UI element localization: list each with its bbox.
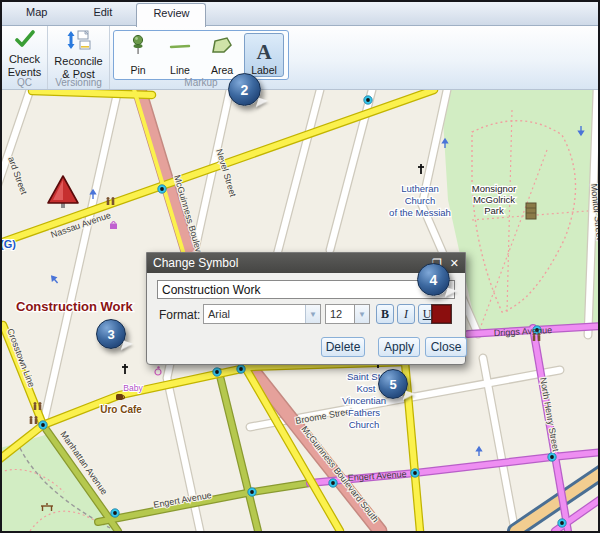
svg-text:North Henry Street: North Henry Street xyxy=(538,377,561,453)
callout-balloon-3: 3 xyxy=(96,319,126,349)
label-tool-label: Label xyxy=(251,64,277,76)
callout-balloon-5: 5 xyxy=(378,369,408,399)
close-icon[interactable]: ✕ xyxy=(450,258,459,269)
color-swatch[interactable] xyxy=(431,304,452,324)
group-caption-versioning: Versioning xyxy=(48,77,109,88)
line-icon xyxy=(168,33,192,63)
label-tool-button[interactable]: A Label xyxy=(244,33,284,77)
park-building-icon xyxy=(526,203,536,219)
svg-text:Monsignor: Monsignor xyxy=(472,183,516,194)
area-tool-button[interactable]: Area xyxy=(202,33,242,77)
chevron-down-icon[interactable]: ▼ xyxy=(305,305,320,323)
svg-text:Uro Cafe: Uro Cafe xyxy=(100,404,142,415)
svg-text:Lutheran: Lutheran xyxy=(401,183,439,194)
check-events-button[interactable]: Check Events xyxy=(4,28,46,80)
dialog-title: Change Symbol xyxy=(153,256,238,270)
green-check-icon xyxy=(14,30,36,52)
tab-review[interactable]: Review xyxy=(136,3,206,27)
markup-tool-box: Pin Line xyxy=(113,30,289,80)
svg-text:Vincentian: Vincentian xyxy=(342,395,386,406)
application-window: Map Edit Review Check Events QC xyxy=(0,0,600,533)
delete-button[interactable]: Delete xyxy=(321,337,365,357)
pin-tool-label: Pin xyxy=(130,64,145,76)
svg-text:Kost: Kost xyxy=(356,383,375,394)
bold-button[interactable]: B xyxy=(376,304,394,324)
svg-text:ard Street: ard Street xyxy=(6,155,29,196)
group-caption-markup: Markup xyxy=(110,77,292,88)
chevron-down-icon[interactable]: ▼ xyxy=(355,305,369,323)
reconcile-arrows-icon xyxy=(66,30,92,54)
svg-text:McGolrick: McGolrick xyxy=(473,194,515,205)
construction-marker-label: Construction Work xyxy=(16,299,134,314)
label-a-icon: A xyxy=(256,41,271,63)
font-size-value: 12 xyxy=(326,308,354,320)
svg-text:Engert Avenue: Engert Avenue xyxy=(347,469,406,483)
tab-edit[interactable]: Edit xyxy=(77,2,128,26)
group-markup: Pin Line xyxy=(110,26,292,89)
font-size-arrow[interactable]: ▼ xyxy=(355,304,370,324)
close-button[interactable]: Close xyxy=(425,337,467,357)
svg-text:Nevel Street: Nevel Street xyxy=(214,148,238,199)
area-tool-label: Area xyxy=(211,64,233,76)
group-caption-qc: QC xyxy=(2,77,47,88)
svg-text:of the Messiah: of the Messiah xyxy=(389,207,451,218)
check-events-label1: Check xyxy=(9,53,40,65)
symbol-text-input[interactable] xyxy=(157,280,455,299)
apply-button[interactable]: Apply xyxy=(378,337,420,357)
group-versioning: Reconcile & Post Versioning xyxy=(48,26,110,89)
font-family-value: Arial xyxy=(204,308,305,320)
pin-tool-button[interactable]: Pin xyxy=(118,33,158,77)
area-polygon-icon xyxy=(210,33,234,63)
group-qc: Check Events QC xyxy=(2,26,48,89)
svg-text:(G): (G) xyxy=(2,238,16,250)
callout-balloon-4: 4 xyxy=(417,263,450,296)
line-tool-label: Line xyxy=(170,64,190,76)
dialog-title-bar[interactable]: Change Symbol ❐ ✕ xyxy=(147,253,465,273)
font-size-select[interactable]: 12 xyxy=(325,304,355,324)
reconcile-post-button[interactable]: Reconcile & Post xyxy=(50,28,106,82)
italic-button[interactable]: I xyxy=(397,304,415,324)
basket-icon xyxy=(110,222,117,230)
line-tool-button[interactable]: Line xyxy=(160,33,200,77)
svg-text:Baby: Baby xyxy=(123,383,143,393)
svg-text:Church: Church xyxy=(405,195,436,206)
format-label: Format: xyxy=(159,308,200,322)
change-symbol-dialog: Change Symbol ❐ ✕ Format: Arial ▼ 12 ▼ B… xyxy=(146,252,466,365)
pushpin-icon xyxy=(126,33,150,63)
ribbon-body: Check Events QC xyxy=(2,26,598,90)
svg-text:Driggs Avenue: Driggs Avenue xyxy=(494,325,553,338)
tab-map[interactable]: Map xyxy=(10,2,63,26)
reconcile-label1: Reconcile xyxy=(54,55,102,67)
font-family-select[interactable]: Arial ▼ xyxy=(203,304,321,324)
wheelchair-icon xyxy=(155,366,161,375)
svg-text:Fathers: Fathers xyxy=(348,407,380,418)
svg-text:Church: Church xyxy=(349,419,380,430)
callout-balloon-2: 2 xyxy=(228,73,261,106)
svg-text:Park: Park xyxy=(484,205,504,216)
ribbon: Map Edit Review Check Events QC xyxy=(2,2,598,90)
ribbon-tabstrip: Map Edit Review xyxy=(2,2,598,26)
